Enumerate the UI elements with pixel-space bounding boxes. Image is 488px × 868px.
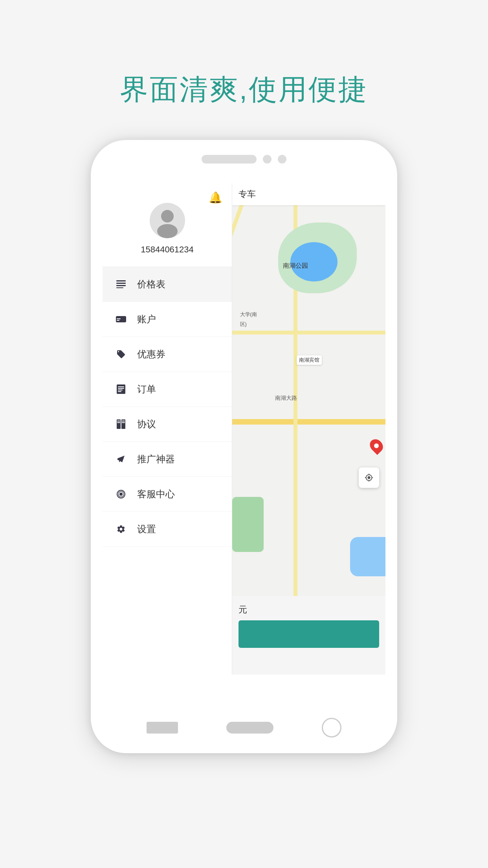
svg-rect-17	[117, 421, 120, 421]
bell-icon[interactable]: 🔔	[209, 191, 222, 204]
svg-rect-13	[118, 390, 123, 390]
map-top-label: 专车	[238, 188, 256, 200]
phone-bottom-nav	[91, 718, 397, 737]
menu-label-promotion: 推广神器	[137, 453, 175, 465]
svg-rect-12	[118, 388, 124, 389]
svg-rect-20	[122, 422, 125, 423]
menu-label-price-list: 价格表	[137, 278, 165, 291]
svg-rect-18	[117, 422, 120, 423]
location-label3: 区)	[240, 321, 247, 328]
svg-rect-6	[116, 287, 123, 288]
menu-item-price-list[interactable]: 价格表	[103, 267, 232, 302]
settings-icon	[114, 524, 128, 534]
phone-mockup: 🔔 15844061234	[91, 140, 397, 753]
location-label2: 大学(南	[240, 311, 257, 318]
map-road-h1	[232, 419, 385, 425]
svg-rect-14	[118, 391, 121, 392]
nav-home-button[interactable]	[226, 722, 273, 734]
svg-rect-5	[116, 285, 126, 286]
map-bottom-card: 元	[232, 596, 385, 675]
menu-item-promotion[interactable]: 推广神器	[103, 442, 232, 477]
phone-camera2	[278, 155, 286, 164]
account-icon	[114, 315, 128, 323]
map-road-h2	[232, 331, 385, 335]
gps-button[interactable]	[359, 467, 379, 488]
customer-service-icon	[114, 489, 128, 499]
price-display: 元	[238, 604, 379, 616]
profile-section: 🔔 15844061234	[103, 183, 232, 267]
user-phone: 15844061234	[141, 245, 194, 255]
menu-label-settings: 设置	[137, 523, 156, 535]
menu-item-agreement[interactable]: 协议	[103, 407, 232, 442]
svg-rect-9	[117, 320, 119, 321]
menu-item-customer-service[interactable]: 客服中心	[103, 477, 232, 512]
svg-rect-10	[117, 384, 125, 394]
avatar	[150, 203, 185, 238]
order-button[interactable]	[238, 620, 379, 648]
page-title: 界面清爽,使用便捷	[120, 71, 368, 108]
menu-label-account: 账户	[137, 313, 156, 326]
svg-point-22	[119, 493, 123, 496]
svg-rect-4	[116, 283, 126, 284]
menu-label-agreement: 协议	[137, 418, 156, 430]
coupon-icon	[114, 349, 128, 359]
menu-item-coupon[interactable]: 优惠券	[103, 337, 232, 372]
svg-rect-11	[118, 386, 124, 387]
map-water	[350, 537, 385, 576]
park-label: 南湖公园	[283, 262, 308, 270]
svg-rect-8	[117, 318, 121, 319]
road-label: 南湖大路	[275, 395, 297, 402]
menu-item-orders[interactable]: 订单	[103, 372, 232, 407]
svg-point-1	[161, 210, 174, 223]
phone-top-bar	[202, 155, 286, 164]
menu-list: 价格表 账户	[103, 267, 232, 675]
map-top-bar: 专车	[232, 183, 385, 205]
menu-item-account[interactable]: 账户	[103, 302, 232, 337]
svg-rect-3	[116, 280, 126, 281]
menu-label-customer-service: 客服中心	[137, 488, 175, 500]
phone-shell: 🔔 15844061234	[91, 140, 397, 753]
agreement-icon	[114, 419, 128, 429]
price-list-icon	[114, 280, 128, 288]
svg-point-2	[157, 224, 178, 238]
location-label-hotel: 南湖宾馆	[297, 355, 322, 365]
phone-speaker	[202, 155, 257, 164]
promotion-icon	[114, 455, 128, 463]
orders-icon	[114, 384, 128, 394]
phone-camera	[263, 155, 272, 164]
nav-back-button[interactable]	[147, 722, 178, 734]
map-green-area	[232, 497, 264, 552]
map-panel: 专车 南湖公园 南湖大路 南湖宾馆	[232, 183, 385, 675]
drawer-panel: 🔔 15844061234	[103, 183, 232, 675]
phone-screen: 🔔 15844061234	[103, 183, 385, 675]
menu-label-orders: 订单	[137, 383, 156, 395]
menu-item-settings[interactable]: 设置	[103, 512, 232, 547]
map-marker	[367, 437, 385, 455]
nav-recent-button[interactable]	[322, 718, 341, 737]
svg-rect-19	[122, 421, 125, 421]
menu-label-coupon: 优惠券	[137, 348, 165, 360]
